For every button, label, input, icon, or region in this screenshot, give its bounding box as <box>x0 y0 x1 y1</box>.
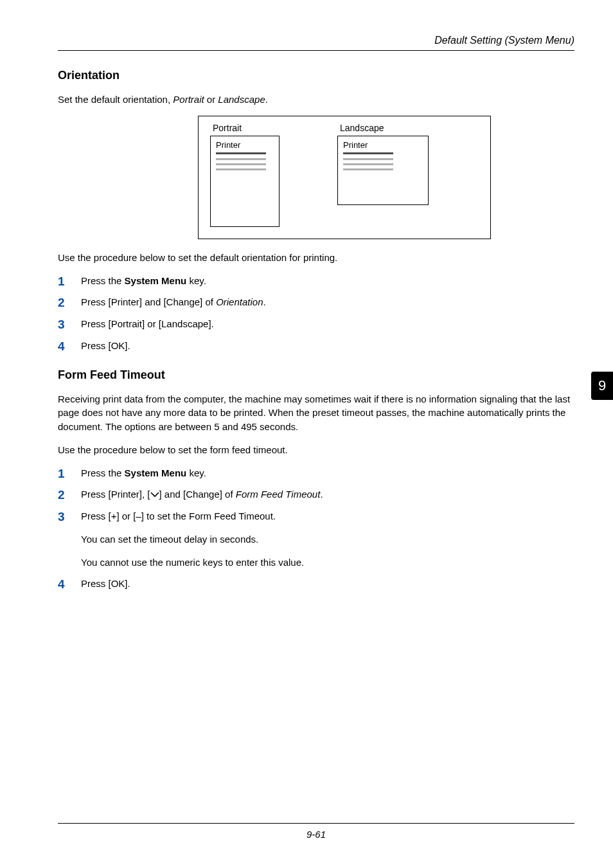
page-title-text: Printer <box>343 140 423 150</box>
formfeed-steps: Press the System Menu key. Press [Printe… <box>58 466 574 592</box>
step-1: Press the System Menu key. <box>58 274 574 288</box>
section-title-formfeed: Form Feed Timeout <box>58 368 574 382</box>
orientation-lead: Use the procedure below to set the defau… <box>58 251 574 265</box>
formfeed-para: Receiving print data from the computer, … <box>58 392 574 434</box>
line <box>343 168 393 170</box>
line <box>216 163 266 165</box>
line <box>343 152 393 154</box>
line <box>216 158 266 160</box>
step-3-sub2: You cannot use the numeric keys to enter… <box>81 556 574 570</box>
text-emph: Form Feed Timeout <box>236 489 321 500</box>
section-title-orientation: Orientation <box>58 69 574 82</box>
step-4: Press [OK]. <box>58 577 574 591</box>
step-2: Press [Printer] and [Change] of Orientat… <box>58 295 574 309</box>
chapter-tab: 9 <box>591 372 613 400</box>
text: Press [+] or [–] to set the Form Feed Ti… <box>81 511 276 521</box>
text: Press [Printer] and [Change] of <box>81 296 216 307</box>
text: . <box>320 489 323 500</box>
text: . <box>263 296 266 307</box>
step-3: Press [+] or [–] to set the Form Feed Ti… <box>58 509 574 569</box>
page-footer: 9-61 <box>58 823 574 840</box>
text: or <box>204 94 218 105</box>
step-2: Press [Printer], [] and [Change] of Form… <box>58 487 574 502</box>
landscape-column: Landscape Printer <box>337 123 429 227</box>
orientation-intro: Set the default orientation, Portrait or… <box>58 93 574 107</box>
step-4: Press [OK]. <box>58 339 574 353</box>
text: . <box>265 94 268 105</box>
text: key. <box>186 467 206 478</box>
line <box>343 163 393 165</box>
portrait-page-icon: Printer <box>210 136 280 227</box>
text: key. <box>186 275 206 286</box>
portrait-label: Portrait <box>210 123 242 133</box>
landscape-label: Landscape <box>337 123 384 133</box>
landscape-page-icon: Printer <box>337 136 429 205</box>
text-emph: Portrait <box>173 94 204 105</box>
text: Press [Printer], [ <box>81 489 150 500</box>
orientation-diagram: Portrait Printer Landscape Printer <box>198 116 491 239</box>
text: ] and [Change] of <box>159 489 236 500</box>
header-text: Default Setting (System Menu) <box>434 35 574 46</box>
portrait-column: Portrait Printer <box>210 123 280 227</box>
line <box>216 152 266 154</box>
formfeed-lead: Use the procedure below to set the form … <box>58 443 574 457</box>
text-emph: Orientation <box>216 296 263 307</box>
text: Press the <box>81 467 125 478</box>
page-title-text: Printer <box>216 140 274 150</box>
system-menu-key: System Menu <box>125 275 187 286</box>
page-number: 9-61 <box>306 829 326 840</box>
page-header: Default Setting (System Menu) <box>58 35 574 51</box>
chevron-down-icon <box>150 491 159 498</box>
line <box>216 168 266 170</box>
step-3-sub1: You can set the timeout delay in seconds… <box>81 532 574 547</box>
step-1: Press the System Menu key. <box>58 466 574 480</box>
step-3: Press [Portrait] or [Landscape]. <box>58 317 574 331</box>
text: Set the default orientation, <box>58 94 173 105</box>
line <box>343 158 393 160</box>
orientation-steps: Press the System Menu key. Press [Printe… <box>58 274 574 353</box>
chapter-number: 9 <box>598 377 606 394</box>
text-emph: Landscape <box>218 94 265 105</box>
text: Press the <box>81 275 125 286</box>
system-menu-key: System Menu <box>125 467 187 478</box>
